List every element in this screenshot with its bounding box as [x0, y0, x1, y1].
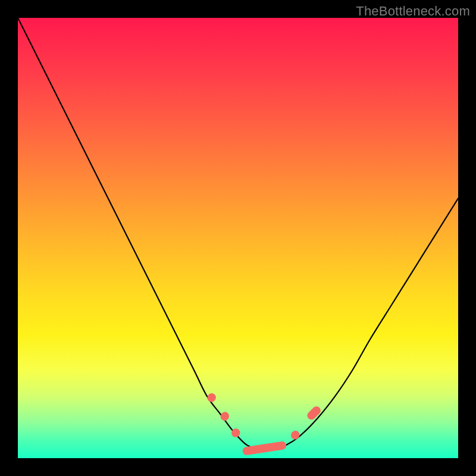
right-segment-2 [306, 405, 322, 421]
curve-svg [18, 18, 458, 458]
chart-frame: TheBottleneck.com [0, 0, 476, 476]
right-segment-1 [289, 429, 301, 441]
valley-markers [206, 392, 322, 456]
valley-floor [242, 441, 287, 456]
watermark-text: TheBottleneck.com [356, 4, 470, 19]
plot-area [18, 18, 458, 458]
left-segment-1 [206, 392, 218, 403]
bottleneck-curve [18, 18, 458, 450]
left-segment-2 [219, 411, 231, 422]
